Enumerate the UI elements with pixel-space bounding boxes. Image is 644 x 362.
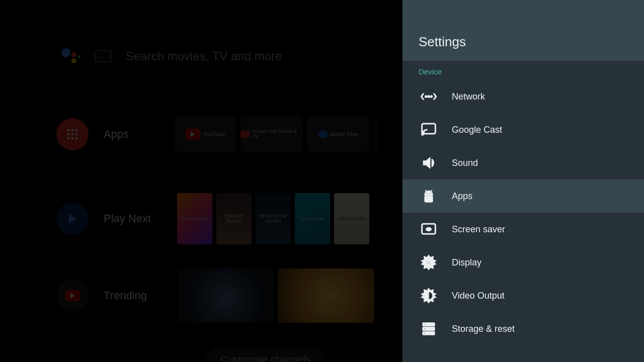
brightness-icon (419, 286, 439, 306)
apps-row-icon[interactable] (56, 118, 89, 150)
youtube-icon (185, 129, 200, 140)
poster[interactable]: FAVOURITE (334, 193, 369, 244)
settings-item-label: Google Cast (452, 125, 502, 135)
settings-item-screensaver[interactable]: Screen saver (403, 213, 644, 246)
cast-icon (419, 120, 439, 140)
poster[interactable]: LEGO MOVIE (177, 193, 212, 244)
settings-item-label: Screen saver (452, 224, 505, 235)
row-label: Apps (104, 128, 159, 141)
settings-header: Settings (403, 0, 644, 60)
brightness-auto-icon (419, 252, 439, 273)
ethernet-icon (419, 86, 439, 107)
row-label: Play Next (104, 212, 159, 225)
app-tile-youtube[interactable]: YouTube (174, 117, 236, 152)
trending-card[interactable] (278, 268, 374, 323)
android-icon (419, 186, 439, 206)
settings-item-network[interactable]: Network (403, 80, 644, 113)
search-row[interactable]: Search movies, TV and more (60, 46, 282, 66)
trending-row-icon[interactable] (56, 280, 89, 312)
app-tile-playmovies[interactable]: Google Play Movies & TV (240, 117, 303, 152)
settings-item-label: Sound (452, 158, 478, 168)
settings-item-sound[interactable]: Sound (403, 146, 644, 179)
settings-title: Settings (419, 34, 466, 50)
play-movies-icon (240, 131, 250, 138)
settings-item-label: Display (452, 257, 481, 268)
settings-item-label: Network (452, 92, 485, 102)
app-tile-label: MAGic Files (331, 132, 358, 137)
search-placeholder[interactable]: Search movies, TV and more (126, 49, 282, 63)
poster[interactable]: DEAD IN THE WATER (256, 193, 291, 244)
settings-item-cast[interactable]: Google Cast (403, 113, 644, 146)
play-next-row-icon[interactable] (56, 203, 89, 235)
assistant-logo-icon (60, 46, 80, 66)
settings-item-apps[interactable]: Apps (403, 179, 644, 213)
screensaver-icon (419, 219, 439, 239)
storage-icon (419, 319, 439, 339)
customise-channels-button[interactable]: Customise channels (206, 347, 325, 362)
app-tile-peek[interactable] (373, 117, 378, 152)
settings-item-storage[interactable]: Storage & reset (403, 312, 644, 345)
app-tile-label: YouTube (203, 131, 225, 137)
row-label: Trending (104, 289, 159, 302)
settings-item-label: Apps (452, 191, 472, 202)
poster[interactable]: AQUAMAN (295, 193, 330, 244)
settings-item-label: Video Output (452, 291, 505, 301)
settings-item-display[interactable]: Display (403, 246, 644, 279)
trending-card[interactable] (177, 268, 274, 323)
settings-panel: Settings Device NetworkGoogle CastSoundA… (403, 0, 644, 362)
volume-icon (419, 153, 439, 173)
poster[interactable]: ESCAPE ROOM (216, 193, 252, 244)
settings-item-videooutput[interactable]: Video Output (403, 279, 644, 312)
magic-files-icon (318, 131, 328, 138)
app-tile-magicfiles[interactable]: MAGic Files (307, 117, 369, 152)
settings-item-label: Storage & reset (452, 324, 515, 334)
app-tile-label: Google Play Movies & TV (253, 129, 303, 139)
keyboard-icon[interactable] (95, 50, 112, 62)
settings-section-label: Device (403, 60, 644, 80)
